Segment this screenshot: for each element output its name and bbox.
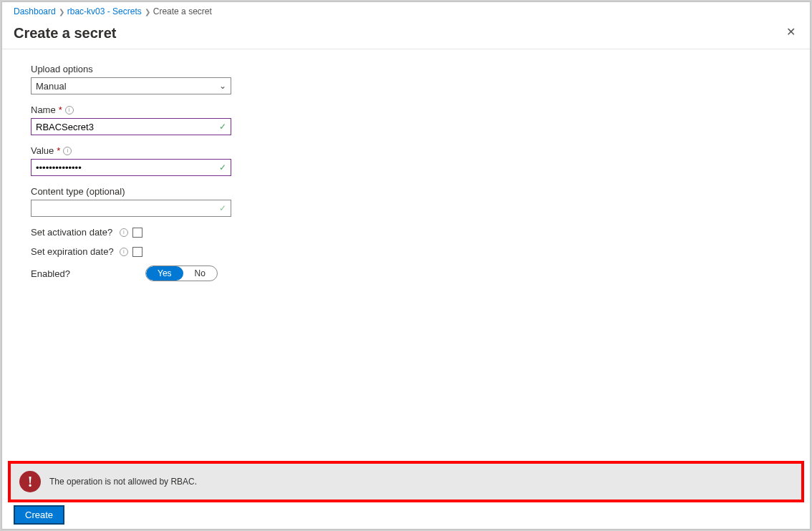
expiration-date-checkbox[interactable] [132, 247, 142, 257]
error-message: The operation is not allowed by RBAC. [49, 477, 197, 487]
breadcrumb-link-secrets[interactable]: rbac-kv03 - Secrets [67, 6, 142, 16]
upload-options-value: Manual [36, 81, 67, 92]
close-icon: ✕ [786, 26, 796, 38]
chevron-right-icon: ❯ [59, 8, 64, 16]
upload-options-select[interactable]: Manual ⌄ [31, 77, 231, 94]
enabled-label: Enabled? [31, 268, 141, 279]
content-type-input-wrap: ✓ [31, 200, 231, 217]
breadcrumb-current: Create a secret [153, 6, 212, 16]
check-icon: ✓ [219, 122, 226, 132]
name-label: Name [31, 104, 56, 115]
expiration-date-label: Set expiration date? [31, 246, 115, 257]
required-marker: * [59, 104, 62, 115]
check-icon: ✓ [219, 162, 226, 172]
enabled-toggle-no[interactable]: No [183, 266, 217, 281]
enabled-toggle[interactable]: Yes No [145, 266, 218, 281]
form: Upload options Manual ⌄ Name * i ✓ Value… [2, 49, 810, 290]
info-icon[interactable]: i [120, 228, 128, 237]
upload-options-label: Upload options [31, 64, 798, 74]
info-icon[interactable]: i [63, 147, 72, 155]
content-type-label: Content type (optional) [31, 186, 798, 197]
chevron-down-icon: ⌄ [219, 81, 226, 91]
info-icon[interactable]: i [65, 106, 74, 115]
content-type-input[interactable] [36, 203, 226, 214]
error-highlight: ! The operation is not allowed by RBAC. [8, 461, 804, 502]
value-input[interactable] [36, 162, 226, 173]
activation-date-checkbox[interactable] [132, 228, 142, 238]
close-button[interactable]: ✕ [783, 25, 798, 39]
page-title: Create a secret [14, 25, 116, 42]
create-button[interactable]: Create [14, 505, 64, 525]
chevron-right-icon: ❯ [145, 8, 150, 16]
required-marker: * [57, 145, 60, 156]
error-banner: ! The operation is not allowed by RBAC. [11, 464, 801, 500]
breadcrumb-link-dashboard[interactable]: Dashboard [14, 6, 56, 16]
page-header: Create a secret ✕ [2, 21, 810, 49]
value-label: Value [31, 145, 54, 156]
name-input[interactable] [36, 122, 226, 132]
info-icon[interactable]: i [120, 248, 128, 256]
error-icon: ! [19, 471, 41, 492]
value-input-wrap: ✓ [31, 159, 231, 176]
breadcrumb: Dashboard ❯ rbac-kv03 - Secrets ❯ Create… [2, 2, 810, 21]
name-input-wrap: ✓ [31, 118, 231, 135]
enabled-toggle-yes[interactable]: Yes [146, 266, 183, 281]
activation-date-label: Set activation date? [31, 227, 115, 238]
check-icon: ✓ [219, 203, 226, 213]
